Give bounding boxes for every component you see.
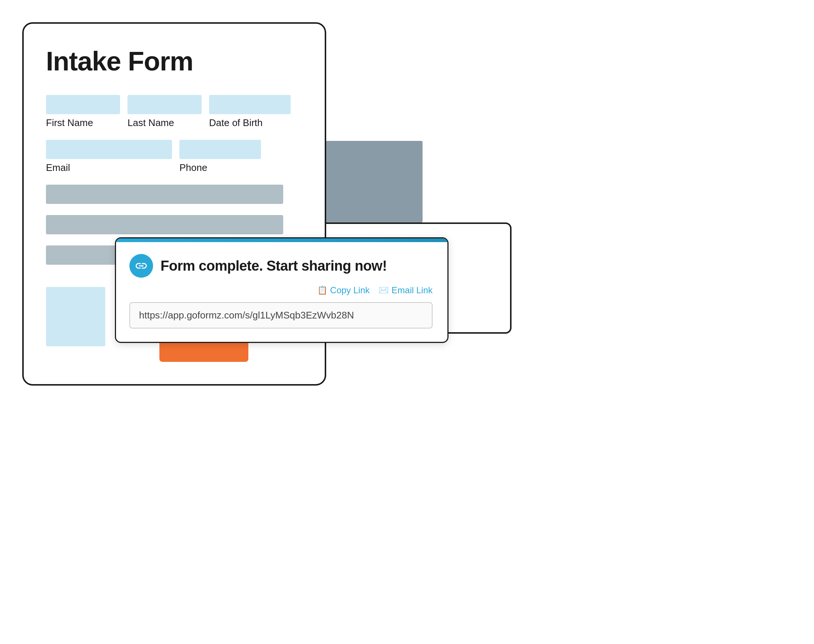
gray-field-row-2 <box>46 215 283 234</box>
link-icon-circle <box>129 254 153 278</box>
first-name-group: First Name <box>46 95 120 129</box>
phone-group: Phone <box>179 140 261 173</box>
first-name-label: First Name <box>46 117 120 129</box>
notification-body: Form complete. Start sharing now! 📋 Copy… <box>116 242 448 342</box>
url-display: https://app.goformz.com/s/gl1LyMSqb3EzWv… <box>129 302 432 328</box>
email-group: Email <box>46 140 172 173</box>
name-dob-row: First Name Last Name Date of Birth <box>46 95 302 129</box>
notification-top-bar <box>116 238 448 242</box>
email-label: Email <box>46 162 172 173</box>
last-name-input[interactable] <box>127 95 202 114</box>
dob-label: Date of Birth <box>209 117 291 129</box>
last-name-group: Last Name <box>127 95 202 129</box>
dob-input[interactable] <box>209 95 291 114</box>
first-name-input[interactable] <box>46 95 120 114</box>
email-input[interactable] <box>46 140 172 159</box>
phone-input[interactable] <box>179 140 261 159</box>
notification-popup: Form complete. Start sharing now! 📋 Copy… <box>115 237 449 343</box>
copy-link-button[interactable]: 📋 Copy Link <box>317 285 370 296</box>
notification-header: Form complete. Start sharing now! <box>129 254 432 278</box>
notification-title: Form complete. Start sharing now! <box>161 258 387 274</box>
email-phone-row: Email Phone <box>46 140 302 173</box>
notification-actions: 📋 Copy Link ✉️ Email Link <box>129 285 432 296</box>
copy-icon: 📋 <box>317 285 327 295</box>
gray-field-row-1 <box>46 185 283 204</box>
email-link-label: Email Link <box>391 285 432 296</box>
copy-link-label: Copy Link <box>330 285 370 296</box>
form-title: Intake Form <box>46 46 302 77</box>
chain-link-icon <box>135 259 148 273</box>
last-name-label: Last Name <box>127 117 202 129</box>
email-link-button[interactable]: ✉️ Email Link <box>379 285 432 296</box>
blue-box-field <box>46 287 105 346</box>
dob-group: Date of Birth <box>209 95 291 129</box>
email-icon: ✉️ <box>379 285 388 295</box>
phone-label: Phone <box>179 162 261 173</box>
